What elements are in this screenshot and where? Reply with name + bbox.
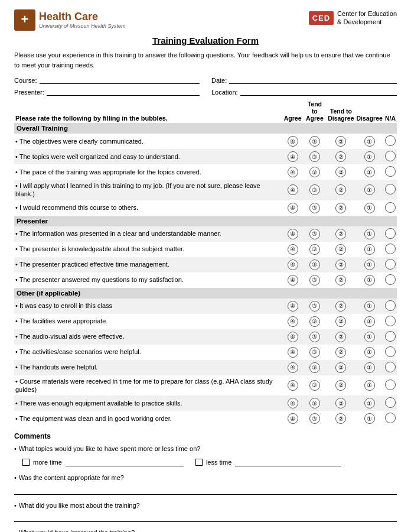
bubble-3[interactable]: ①	[355, 314, 384, 329]
bubble-4[interactable]	[384, 242, 397, 257]
bubble-4[interactable]	[384, 375, 397, 396]
bubble-1[interactable]: ③	[303, 180, 327, 200]
bubble-value-0[interactable]: ④	[288, 413, 298, 424]
bubble-0[interactable]: ④	[283, 164, 303, 180]
bubble-1[interactable]: ③	[303, 360, 327, 375]
bubble-0[interactable]: ④	[283, 200, 303, 216]
bubble-2[interactable]: ②	[327, 375, 355, 396]
bubble-2[interactable]: ②	[327, 329, 355, 345]
bubble-0[interactable]: ④	[283, 395, 303, 411]
bubble-value-3[interactable]: ①	[364, 136, 375, 147]
bubble-2[interactable]: ②	[327, 226, 355, 242]
bubble-na[interactable]	[385, 166, 396, 177]
bubble-na[interactable]	[385, 274, 396, 285]
course-input[interactable]	[40, 74, 200, 84]
bubble-value-2[interactable]: ②	[335, 380, 346, 391]
bubble-1[interactable]: ③	[303, 226, 327, 242]
bubble-value-1[interactable]: ③	[309, 413, 320, 424]
bubble-1[interactable]: ③	[303, 273, 327, 288]
bubble-na[interactable]	[385, 184, 396, 194]
bubble-0[interactable]: ④	[283, 134, 303, 149]
bubble-value-3[interactable]: ①	[364, 316, 375, 327]
bubble-value-0[interactable]: ④	[288, 316, 298, 327]
bubble-value-2[interactable]: ②	[335, 151, 346, 162]
bubble-value-3[interactable]: ①	[364, 229, 375, 239]
bubble-0[interactable]: ④	[283, 273, 303, 288]
bubble-value-3[interactable]: ①	[364, 151, 375, 162]
bubble-3[interactable]: ①	[355, 242, 384, 257]
bubble-value-1[interactable]: ③	[309, 275, 320, 286]
bubble-value-2[interactable]: ②	[335, 347, 346, 358]
bubble-0[interactable]: ④	[283, 329, 303, 345]
bubble-1[interactable]: ③	[303, 411, 327, 426]
bubble-3[interactable]: ①	[355, 329, 384, 345]
bubble-4[interactable]	[384, 360, 397, 375]
bubble-na[interactable]	[385, 397, 396, 408]
bubble-3[interactable]: ①	[355, 395, 384, 411]
bubble-0[interactable]: ④	[283, 411, 303, 426]
bubble-0[interactable]: ④	[283, 242, 303, 257]
bubble-na[interactable]	[385, 346, 396, 357]
bubble-1[interactable]: ③	[303, 257, 327, 273]
bubble-na[interactable]	[385, 151, 396, 161]
bubble-value-2[interactable]: ②	[335, 301, 346, 312]
bubble-value-1[interactable]: ③	[309, 301, 320, 312]
bubble-value-0[interactable]: ④	[288, 151, 298, 162]
bubble-4[interactable]	[384, 314, 397, 329]
bubble-value-1[interactable]: ③	[309, 332, 320, 342]
bubble-2[interactable]: ②	[327, 180, 355, 200]
bubble-1[interactable]: ③	[303, 375, 327, 396]
bubble-value-3[interactable]: ①	[364, 347, 375, 358]
comment-content-input[interactable]	[14, 485, 397, 495]
bubble-2[interactable]: ②	[327, 164, 355, 180]
bubble-2[interactable]: ②	[327, 149, 355, 164]
more-time-input[interactable]	[66, 458, 184, 466]
bubble-value-3[interactable]: ①	[364, 275, 375, 286]
bubble-3[interactable]: ①	[355, 226, 384, 242]
bubble-0[interactable]: ④	[283, 299, 303, 314]
bubble-4[interactable]	[384, 329, 397, 345]
bubble-na[interactable]	[385, 316, 396, 326]
bubble-na[interactable]	[385, 244, 396, 254]
bubble-2[interactable]: ②	[327, 134, 355, 149]
bubble-1[interactable]: ③	[303, 395, 327, 411]
bubble-2[interactable]: ②	[327, 395, 355, 411]
bubble-3[interactable]: ①	[355, 200, 384, 216]
bubble-na[interactable]	[385, 413, 396, 423]
bubble-na[interactable]	[385, 259, 396, 270]
bubble-3[interactable]: ①	[355, 134, 384, 149]
bubble-2[interactable]: ②	[327, 411, 355, 426]
bubble-value-0[interactable]: ④	[288, 244, 298, 255]
bubble-0[interactable]: ④	[283, 257, 303, 273]
bubble-value-2[interactable]: ②	[335, 229, 346, 239]
bubble-0[interactable]: ④	[283, 149, 303, 164]
bubble-na[interactable]	[385, 135, 396, 146]
bubble-3[interactable]: ①	[355, 149, 384, 164]
bubble-value-3[interactable]: ①	[364, 184, 375, 195]
bubble-value-2[interactable]: ②	[335, 184, 346, 195]
bubble-na[interactable]	[385, 300, 396, 311]
bubble-4[interactable]	[384, 411, 397, 426]
comment-like-input[interactable]	[14, 512, 397, 522]
bubble-value-1[interactable]: ③	[309, 203, 320, 213]
bubble-value-0[interactable]: ④	[288, 136, 298, 147]
bubble-value-2[interactable]: ②	[335, 136, 346, 147]
bubble-value-3[interactable]: ①	[364, 259, 375, 270]
bubble-na[interactable]	[385, 362, 396, 372]
bubble-value-0[interactable]: ④	[288, 275, 298, 286]
bubble-4[interactable]	[384, 257, 397, 273]
bubble-4[interactable]	[384, 164, 397, 180]
bubble-na[interactable]	[385, 331, 396, 342]
bubble-3[interactable]: ①	[355, 411, 384, 426]
bubble-0[interactable]: ④	[283, 360, 303, 375]
bubble-4[interactable]	[384, 395, 397, 411]
bubble-value-2[interactable]: ②	[335, 332, 346, 342]
bubble-value-0[interactable]: ④	[288, 184, 298, 195]
bubble-na[interactable]	[385, 228, 396, 239]
less-time-input[interactable]	[235, 458, 341, 466]
bubble-value-0[interactable]: ④	[288, 203, 298, 213]
bubble-4[interactable]	[384, 134, 397, 149]
bubble-value-0[interactable]: ④	[288, 259, 298, 270]
bubble-4[interactable]	[384, 273, 397, 288]
bubble-0[interactable]: ④	[283, 375, 303, 396]
